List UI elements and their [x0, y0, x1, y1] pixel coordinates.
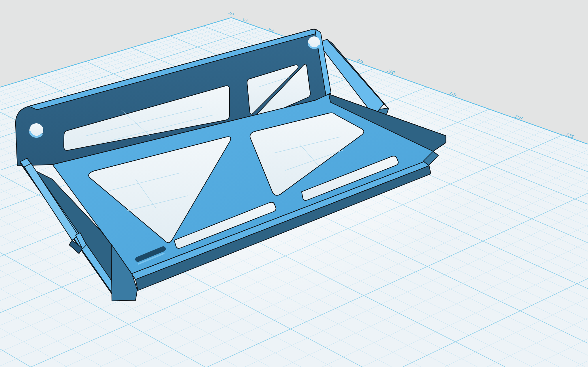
cad-viewport-canvas[interactable]: 350325300275250225200175150125	[0, 0, 588, 367]
screw-hole-left[interactable]	[29, 123, 43, 137]
screw-hole-right[interactable]	[308, 36, 320, 49]
grid-axis-label: 350	[228, 11, 235, 16]
cad-viewport[interactable]: 350325300275250225200175150125	[0, 0, 588, 367]
